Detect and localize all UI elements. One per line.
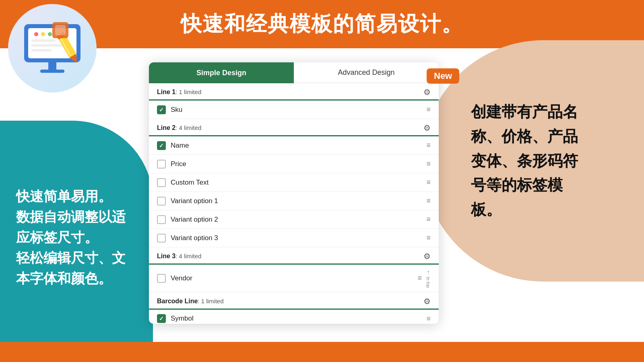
line2-header: Line 2: 4 limited ⚙ <box>149 119 439 135</box>
drag-symbol[interactable]: ≡ <box>426 315 431 323</box>
svg-rect-9 <box>40 70 64 73</box>
label-symbol: Symbol <box>171 315 194 323</box>
checkbox-price[interactable] <box>157 160 166 169</box>
barcode-gear-icon[interactable]: ⚙ <box>423 296 431 306</box>
drag-sku[interactable]: ≡ <box>426 105 431 114</box>
line1-gear-icon[interactable]: ⚙ <box>423 87 431 97</box>
checkbox-vendor[interactable] <box>157 274 166 283</box>
tab-simple-design[interactable]: Simple Design <box>149 62 294 83</box>
line1-header-text: Line 1: 1 limited <box>157 88 201 96</box>
svg-point-3 <box>41 32 45 36</box>
logo-circle <box>8 4 97 93</box>
label-variant1: Variant option 1 <box>171 197 218 205</box>
checkbox-name[interactable] <box>157 141 166 150</box>
item-row-custom-text: Custom Text ≡ <box>149 173 439 192</box>
label-vendor: Vendor <box>171 274 192 282</box>
tab-advanced-design[interactable]: Advanced Design <box>294 62 439 83</box>
tabs: Simple Design Advanced Design <box>149 62 439 83</box>
bottom-strip <box>0 342 644 362</box>
drag-variant3[interactable]: ≡ <box>426 234 431 242</box>
svg-rect-7 <box>31 49 52 51</box>
line3-section: Line 3: 4 limited ⚙ Vendor ≡ ↑ to top <box>149 247 439 292</box>
label-price: Price <box>171 160 186 168</box>
top-banner-title: 快速和经典模板的简易设计。 <box>181 10 463 38</box>
checkbox-variant2[interactable] <box>157 215 166 224</box>
checkbox-sku[interactable] <box>157 105 166 114</box>
label-custom-text: Custom Text <box>171 179 208 187</box>
label-variant3: Variant option 3 <box>171 234 218 242</box>
item-row-price: Price ≡ <box>149 155 439 173</box>
svg-point-4 <box>48 32 52 36</box>
ui-card: Simple Design Advanced Design Line 1: 1 … <box>149 62 439 324</box>
svg-rect-5 <box>31 39 56 42</box>
new-badge[interactable]: New <box>427 68 459 84</box>
line2-header-text: Line 2: 4 limited <box>157 124 201 132</box>
left-panel: 快速简单易用。 数据自动调整以适应标签尺寸。 轻松编辑尺寸、文本字体和颜色。 <box>0 121 153 346</box>
logo-svg <box>16 12 89 84</box>
scroll-area[interactable]: Line 1: 1 limited ⚙ Sku ≡ Line 2: 4 limi… <box>149 83 439 324</box>
right-panel-text: 创建带有产品名称、价格、产品变体、条形码符号等的标签模板。 <box>471 100 620 222</box>
barcode-section: Barcode Line: 1 limited ⚙ Symbol ≡ <box>149 292 439 324</box>
item-row-vendor: Vendor ≡ ↑ to top <box>149 265 439 292</box>
barcode-header: Barcode Line: 1 limited ⚙ <box>149 292 439 309</box>
label-variant2: Variant option 2 <box>171 216 218 224</box>
scroll-to-top[interactable]: ↑ to top <box>426 269 431 288</box>
item-row-variant1: Variant option 1 ≡ <box>149 192 439 210</box>
drag-variant1[interactable]: ≡ <box>426 197 431 205</box>
logo-area <box>8 4 105 93</box>
checkbox-custom-text[interactable] <box>157 178 166 187</box>
line2-gear-icon[interactable]: ⚙ <box>423 123 431 133</box>
line3-header-text: Line 3: 4 limited <box>157 253 201 260</box>
left-panel-text: 快速简单易用。 数据自动调整以适应标签尺寸。 轻松编辑尺寸、文本字体和颜色。 <box>16 186 137 289</box>
svg-rect-8 <box>48 62 56 70</box>
svg-rect-15 <box>55 25 66 35</box>
drag-variant2[interactable]: ≡ <box>426 215 431 224</box>
drag-price[interactable]: ≡ <box>426 160 431 168</box>
checkbox-variant3[interactable] <box>157 234 166 243</box>
line3-header: Line 3: 4 limited ⚙ <box>149 247 439 263</box>
checkbox-symbol[interactable] <box>157 314 166 323</box>
drag-vendor[interactable]: ≡ <box>417 274 422 282</box>
label-name: Name <box>171 142 189 150</box>
line1-section: Line 1: 1 limited ⚙ Sku ≡ <box>149 83 439 119</box>
drag-name[interactable]: ≡ <box>426 141 431 150</box>
item-row-variant3: Variant option 3 ≡ <box>149 229 439 247</box>
line3-gear-icon[interactable]: ⚙ <box>423 251 431 261</box>
drag-custom-text[interactable]: ≡ <box>426 178 431 187</box>
svg-point-2 <box>34 32 38 36</box>
label-sku: Sku <box>171 106 182 114</box>
item-row-name: Name ≡ <box>149 136 439 155</box>
item-row-symbol: Symbol ≡ <box>149 310 439 324</box>
checkbox-variant1[interactable] <box>157 197 166 206</box>
item-row-sku: Sku ≡ <box>149 101 439 119</box>
item-row-variant2: Variant option 2 ≡ <box>149 210 439 229</box>
barcode-header-text: Barcode Line: 1 limited <box>157 298 224 305</box>
line1-header: Line 1: 1 limited ⚙ <box>149 83 439 99</box>
line2-section: Line 2: 4 limited ⚙ Name ≡ Price ≡ <box>149 119 439 247</box>
